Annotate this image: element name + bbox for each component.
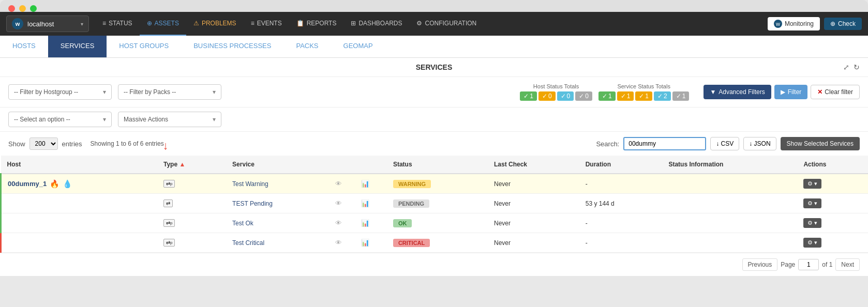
filter-button[interactable]: ▶ Filter [774, 85, 808, 99]
select-option-dropdown[interactable]: -- Select an option -- ▾ [8, 112, 112, 127]
action-gear-button[interactable]: ⚙ ▾ [803, 238, 821, 248]
tab-reports[interactable]: 📋 REPORTS [289, 12, 344, 36]
tab-dashboards-label: DASHBOARDS [358, 20, 402, 27]
service-status-badges: ✓1 ✓1 ✓1 ✓2 ✓1 [598, 91, 689, 101]
col-host[interactable]: Host [1, 156, 157, 174]
actions-cell: ⚙ ▾ [797, 233, 868, 253]
show-selected-services-button[interactable]: Show Selected Services [781, 137, 860, 150]
subnav-item-services[interactable]: SERVICES [48, 36, 107, 57]
subnav-item-packs[interactable]: PACKS [283, 36, 331, 57]
filter-row-1: -- Filter by Hostgroup -- ▾ -- Filter by… [0, 77, 868, 108]
host-cell [1, 213, 157, 233]
page-of-label: of 1 [822, 261, 832, 268]
entries-select[interactable]: 200 [29, 137, 58, 150]
minimize-btn[interactable] [19, 5, 26, 12]
nav-tabs: ≡ STATUS ⊕ ASSETS ⚠ PROBLEMS ≡ EVENTS 📋 … [95, 12, 484, 36]
type-cell: ⇄ [157, 194, 226, 213]
action-gear-button[interactable]: ⚙ ▾ [803, 179, 821, 189]
packs-filter[interactable]: -- Filter by Packs -- ▾ [118, 84, 221, 100]
subnav-item-businessprocesses[interactable]: BUSINESS PROCESSES [181, 36, 283, 57]
tab-problems[interactable]: ⚠ PROBLEMS [186, 12, 244, 36]
service-icon2-cell: 📊 [358, 174, 387, 194]
service-cell[interactable]: Test Critical [226, 233, 332, 253]
massive-actions-dropdown[interactable]: Massive Actions ▾ [118, 112, 221, 127]
tab-status-label: STATUS [109, 20, 132, 27]
type-cell: ⇄p [157, 174, 226, 194]
status-cell: WARNING [387, 174, 488, 194]
type-icon: ⇄ [163, 199, 173, 207]
search-label: Search: [596, 140, 619, 148]
last-check-cell: Never [488, 213, 579, 233]
service-icon1-cell: 👁 [332, 174, 358, 194]
service-cell[interactable]: Test Ok [226, 213, 332, 233]
csv-button[interactable]: ↓ CSV [710, 137, 739, 150]
action-gear-button[interactable]: ⚙ ▾ [803, 218, 821, 228]
services-table: Host Type ▲ Service Status Last Check Du… [0, 156, 868, 253]
check-button[interactable]: ⊕ Check [824, 18, 862, 30]
maximize-btn[interactable] [30, 5, 37, 12]
hostgroup-filter[interactable]: -- Filter by Hostgroup -- ▾ [8, 84, 112, 100]
table-row: ⇄p Test Ok 👁 📊 OK Never - ⚙ ▾ [1, 213, 869, 233]
tab-status[interactable]: ≡ STATUS [95, 12, 140, 36]
table-row: ⇄ TEST Pending 👁 📊 PENDING Never 53 y 14… [1, 194, 869, 213]
expand-icon[interactable]: ⤢ [843, 63, 849, 71]
host-name[interactable]: 00dummy_1 [8, 180, 47, 188]
col-last-check[interactable]: Last Check [488, 156, 579, 174]
col-duration[interactable]: Duration [579, 156, 663, 174]
actions-cell: ⚙ ▾ [797, 213, 868, 233]
previous-button[interactable]: Previous [742, 258, 778, 271]
search-input[interactable] [623, 137, 706, 150]
host-badge-gray: ✓0 [575, 91, 592, 101]
packs-placeholder: -- Filter by Packs -- [124, 88, 176, 96]
page-input[interactable] [798, 259, 819, 270]
status-info-cell [662, 174, 797, 194]
service-icon1-cell: 👁 [332, 233, 358, 253]
check-icon: ⊕ [830, 20, 835, 27]
status-badge: CRITICAL [393, 239, 430, 247]
refresh-icon[interactable]: ↻ [854, 63, 860, 71]
clear-filter-label: Clear filter [825, 88, 853, 96]
col-type[interactable]: Type ▲ [157, 156, 226, 174]
col-service[interactable]: Service [226, 156, 332, 174]
hostname-selector[interactable]: w localhost ▾ [6, 16, 89, 32]
subnav-item-hostgroups[interactable]: HOST GROUPS [107, 36, 181, 57]
col-status[interactable]: Status [387, 156, 488, 174]
flame-icon: 🔥 [50, 179, 59, 189]
packs-chevron-icon: ▾ [213, 88, 216, 96]
status-badge: WARNING [393, 180, 431, 188]
clear-filter-button[interactable]: ✕ Clear filter [811, 85, 860, 99]
type-icon: ⇄p [163, 180, 175, 188]
tab-configuration[interactable]: ⚙ CONFIGURATION [409, 12, 484, 36]
problems-icon: ⚠ [193, 20, 199, 27]
table-row: 00dummy_1 🔥 💧 ⇄p Test Warning 👁 📊 WARNIN… [1, 174, 869, 194]
sub-nav: HOSTS SERVICES HOST GROUPS BUSINESS PROC… [0, 36, 868, 58]
tab-assets[interactable]: ⊕ ASSETS [140, 12, 186, 36]
section-title: SERVICES [292, 63, 576, 71]
host-cell [1, 233, 157, 253]
host-cell [1, 194, 157, 213]
advanced-filters-button[interactable]: ▼ Advanced Filters [704, 85, 771, 99]
next-button[interactable]: Next [835, 258, 860, 271]
monitoring-button[interactable]: w Monitoring [768, 17, 820, 30]
subnav-item-hosts[interactable]: HOSTS [0, 36, 48, 57]
subnav-item-geomap[interactable]: GEOMAP [331, 36, 385, 57]
close-btn[interactable] [8, 5, 15, 12]
service-cell[interactable]: TEST Pending [226, 194, 332, 213]
search-area: Search: ↓ CSV ↓ JSON Show Selected Servi… [596, 137, 860, 150]
clear-x-icon: ✕ [817, 88, 822, 96]
json-button[interactable]: ↓ JSON [743, 137, 776, 150]
service-icon2-cell: 📊 [358, 213, 387, 233]
status-badge: OK [393, 219, 412, 227]
tab-events[interactable]: ≡ EVENTS [244, 12, 289, 36]
col-status-info[interactable]: Status Information [662, 156, 797, 174]
tab-reports-label: REPORTS [307, 20, 337, 27]
service-cell[interactable]: Test Warning [226, 174, 332, 194]
svc-badge-orange2: ✓1 [635, 91, 652, 101]
status-icon: ≡ [102, 20, 106, 27]
tab-dashboards[interactable]: ⊞ DASHBOARDS [343, 12, 409, 36]
action-gear-button[interactable]: ⚙ ▾ [803, 198, 821, 208]
nav-logo: w [12, 18, 23, 29]
events-icon: ≡ [251, 20, 255, 27]
actions-cell: ⚙ ▾ [797, 174, 868, 194]
down-arrow-annotation: ↓ [163, 139, 169, 152]
